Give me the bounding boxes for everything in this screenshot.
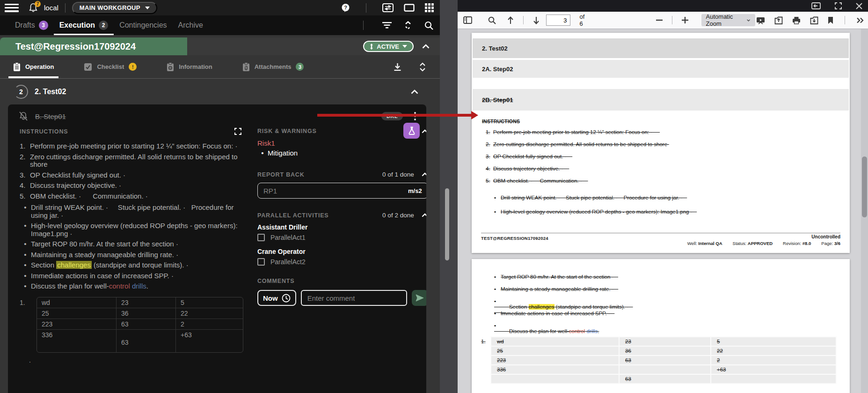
tab-drafts[interactable]: Drafts 3	[9, 15, 54, 35]
tab-archive[interactable]: Archive	[173, 15, 209, 35]
pdf-instructions-label: INSTRUCTIONS	[482, 119, 520, 124]
list-tabs: Drafts 3 Execution 2 Contingencies Archi…	[0, 15, 440, 35]
risk-item[interactable]: Risk1	[257, 139, 426, 147]
parallel-task-checkbox[interactable]	[257, 258, 265, 266]
pdf-instruction-bullet: Maintaining a steady manageable drilling…	[494, 286, 618, 292]
tools-menu-button[interactable]	[855, 16, 865, 24]
left-scrollbar-thumb[interactable]	[445, 188, 449, 260]
collapse-parallel-button[interactable]	[422, 213, 426, 217]
tab-information[interactable]: Information	[167, 55, 212, 78]
tab-contingencies[interactable]: Contingencies	[114, 15, 172, 35]
apps-grid-button[interactable]	[424, 2, 435, 14]
divider	[363, 21, 364, 30]
pdf-viewport[interactable]: 2. Test02 2A. Step02 2B. Step01 INSTRUCT…	[458, 29, 868, 393]
current-view-button[interactable]	[827, 15, 834, 25]
pdf-scrollbar-track[interactable]	[861, 29, 868, 393]
pdf-instruction-item: 5.OBM checklist. · Communication. ·	[486, 178, 588, 184]
step-menu-button[interactable]	[411, 111, 419, 121]
collapse-section-button[interactable]	[411, 89, 418, 94]
previous-page-button[interactable]	[506, 15, 515, 25]
tab-attachments[interactable]: Attachments 3	[242, 55, 304, 78]
instruction-table-block: 1. wd 23 5 25 36 22	[20, 297, 243, 353]
search-button[interactable]	[423, 20, 434, 31]
instruction-bullet: Drill string WEAK point. · Stuck pipe po…	[31, 204, 243, 219]
filter-button[interactable]	[381, 21, 393, 30]
dock-panel-button[interactable]	[810, 1, 822, 10]
report-back-input[interactable]	[263, 187, 408, 195]
tab-operation[interactable]: Operation	[13, 55, 54, 78]
print-button[interactable]	[791, 15, 802, 25]
filter-icon	[382, 22, 392, 29]
divider	[672, 16, 672, 24]
status-arrows-icon	[370, 44, 373, 50]
pdf-instruction-bullet: High-level geology overview (reduced ROP…	[494, 209, 697, 215]
save-button[interactable]	[809, 15, 819, 25]
pdf-table-row: wd 23 5	[491, 337, 836, 346]
open-file-button[interactable]	[773, 15, 784, 25]
execution-count-badge: 2	[99, 21, 108, 30]
pdf-table-row: 25 36 22	[491, 346, 836, 356]
instruction-bullet: Maintaining a steady manageable drilling…	[31, 251, 178, 259]
tab-checklist[interactable]: Checklist !	[84, 55, 137, 78]
report-back-field: m/s2	[257, 183, 426, 199]
hamburger-menu-icon[interactable]	[5, 4, 19, 12]
pdf-instruction-item: 3.OP Checklist fully signed out. ·	[486, 154, 572, 159]
zoom-level-select[interactable]: Automatic Zoom	[701, 14, 755, 26]
pdf-scrollbar-thumb[interactable]	[862, 156, 867, 217]
page-number-input[interactable]	[546, 15, 570, 26]
window-layout-button[interactable]	[403, 3, 416, 13]
pdf-instruction-bullet: Target ROP 80 m/hr. At the start of the …	[494, 274, 618, 280]
tab-execution[interactable]: Execution 2	[54, 15, 114, 35]
parallel-role: Crane Operator	[257, 248, 426, 255]
expand-steps-button[interactable]	[418, 61, 427, 73]
next-page-button[interactable]	[532, 15, 540, 25]
pdf-table-row: 63	[491, 374, 836, 384]
pdf-table: wd 23 5 25 36 22 223 63 2	[490, 336, 837, 384]
parallel-task-checkbox[interactable]	[257, 234, 265, 241]
chevron-up-icon	[422, 213, 426, 217]
status-dropdown[interactable]: ACTIVE	[363, 41, 414, 52]
send-icon	[416, 294, 424, 302]
instructions-list: 1.Perform pre-job meeting prior to start…	[20, 142, 243, 290]
zoom-in-button[interactable]	[681, 16, 689, 24]
help-button[interactable]: ?	[340, 2, 351, 13]
handover-button[interactable]	[381, 2, 394, 13]
download-report-button[interactable]	[393, 62, 402, 72]
pdf-section-heading: 2. Test02	[473, 38, 849, 58]
toggle-sidebar-button[interactable]	[462, 15, 473, 25]
timestamp-button[interactable]: Now	[257, 290, 296, 306]
test-mode-button[interactable]	[403, 123, 420, 139]
divider	[65, 3, 66, 13]
sidebar-icon	[463, 16, 472, 24]
parallel-task: ParallelAct2	[257, 258, 426, 266]
highlighted-term: challenges	[56, 261, 92, 269]
step-card: B. Step01 DRL INSTRUCTIONS	[8, 104, 426, 393]
pdf-footer-rule	[481, 233, 840, 233]
zoom-out-button[interactable]	[655, 18, 664, 22]
notifications-button[interactable]: 7	[29, 3, 37, 13]
comment-input[interactable]	[301, 290, 407, 306]
sort-chevrons-icon	[405, 21, 411, 30]
send-comment-button[interactable]	[412, 290, 426, 306]
pdf-instruction-bullet: Immediate actions in case of increased S…	[494, 311, 614, 316]
collapse-procedure-button[interactable]	[422, 44, 430, 49]
fullscreen-viewer-button[interactable]	[834, 1, 843, 10]
presentation-mode-button[interactable]	[755, 15, 766, 25]
workgroup-selector[interactable]: MAIN WORKGROUP	[72, 2, 157, 14]
svg-text:?: ?	[344, 5, 347, 10]
page-count-label: of 6	[580, 13, 585, 27]
parallel-role: Assistant Driller	[257, 223, 426, 231]
fullscreen-icon	[835, 2, 842, 9]
pdf-search-button[interactable]	[487, 15, 497, 25]
collapse-risk-button[interactable]	[422, 129, 426, 133]
pdf-table-number: 1.	[481, 339, 486, 344]
collapse-report-back-button[interactable]	[422, 172, 426, 177]
fullscreen-instructions-button[interactable]	[233, 127, 242, 136]
pdf-redline-term: control	[569, 328, 585, 334]
top-bar: 7 local MAIN WORKGROUP ?	[0, 0, 440, 15]
close-viewer-button[interactable]	[855, 2, 863, 10]
table-row: wd 23 5	[37, 297, 243, 308]
procedure-tabs: Operation Checklist !	[0, 55, 440, 79]
grid-icon	[425, 3, 434, 13]
expand-collapse-all-button[interactable]	[404, 20, 412, 30]
